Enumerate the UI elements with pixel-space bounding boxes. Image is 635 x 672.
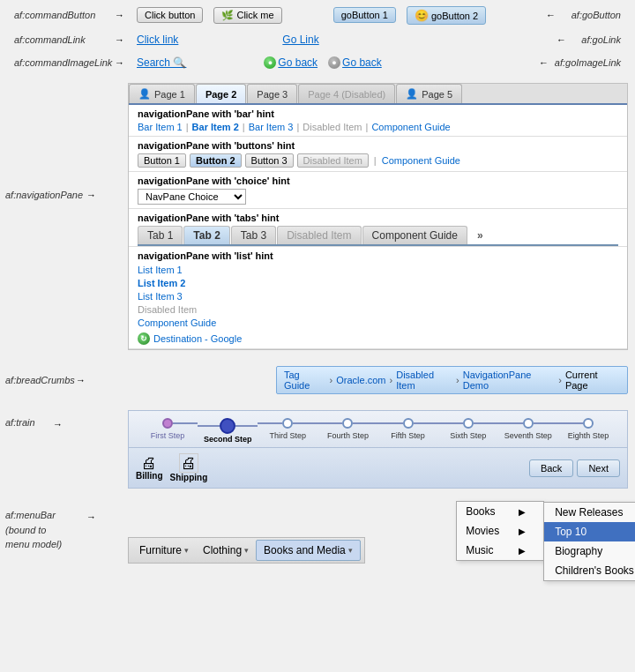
movies-sub-arrow: ▶ (519, 526, 526, 536)
arrow-left-3: ← (539, 57, 549, 68)
nav-buttons-section: navigationPane with 'buttons' hint Butto… (129, 137, 627, 172)
train-step-5[interactable]: Fifth Step (378, 418, 438, 440)
list-item-guide[interactable]: Component Guide (138, 317, 618, 329)
step4-dot (342, 418, 353, 429)
bc-item-1[interactable]: Tag Guide (284, 370, 326, 391)
step6-label: Sixth Step (450, 431, 486, 440)
nav-bar-title: navigationPane with 'bar' hint (138, 108, 618, 119)
step6-dot (463, 418, 474, 429)
nav-tabs-section: navigationPane with 'tabs' hint Tab 1 Ta… (129, 209, 627, 247)
nav-tab-disabled: Disabled Item (277, 226, 361, 244)
bar-item-2[interactable]: Bar Item 2 (192, 122, 239, 132)
nav-list-section: navigationPane with 'list' hint List Ite… (129, 247, 627, 349)
page-tabs-row: 👤 Page 1 Page 2 Page 3 Page 4 (Disabled)… (129, 84, 627, 105)
list-item-2[interactable]: List Item 2 (138, 277, 618, 289)
menubar-annotation: af:menuBar(bound tomenu model) (5, 508, 62, 552)
click-button[interactable]: Click button (137, 7, 203, 23)
arrow-right-2: → (115, 34, 124, 45)
books-sub-arrow: ▶ (519, 507, 526, 517)
step1-dot (162, 418, 173, 429)
bar-item-1[interactable]: Bar Item 1 (138, 122, 183, 132)
next-button[interactable]: Next (577, 459, 620, 477)
submenu-childrens-books[interactable]: Children's Books (544, 561, 635, 580)
go-link-label: af:goLink (581, 34, 621, 45)
back-button[interactable]: Back (529, 459, 573, 477)
click-link[interactable]: Click link (137, 34, 178, 46)
step2-dot (220, 418, 235, 434)
submenu-top-10[interactable]: Top 10 (544, 522, 635, 541)
page-tab-4: Page 4 (Disabled) (298, 84, 395, 103)
command-image-link-label: af:commandImageLink (14, 57, 112, 68)
go-button-1[interactable]: goButton 1 (333, 7, 396, 23)
dropdown-books[interactable]: Books ▶ (457, 502, 543, 521)
bar-item-3[interactable]: Bar Item 3 (249, 122, 294, 132)
go-link[interactable]: Go Link (282, 34, 318, 46)
bc-item-2[interactable]: Oracle.com (336, 375, 385, 385)
dropdown-books-row: Books ▶ New Releases Top 10 Biography Ch… (457, 502, 543, 521)
train-step-2[interactable]: Second Step (198, 418, 258, 444)
destination-icon: ↻ (138, 332, 150, 345)
shipping-label: Shipping (170, 473, 208, 482)
nav-tab-guide[interactable]: Component Guide (362, 226, 467, 244)
menu-furniture[interactable]: Furniture ▾ (132, 540, 196, 561)
nav-tab-more[interactable]: » (472, 227, 489, 244)
nav-pane-arrow: → (86, 190, 96, 200)
bc-item-3[interactable]: Disabled Item (396, 370, 452, 391)
train-step-4[interactable]: Fourth Step (318, 418, 377, 440)
music-sub-arrow: ▶ (519, 546, 526, 556)
go-button-2[interactable]: 😊 goButton 2 (407, 6, 486, 25)
nav-bar-section: navigationPane with 'bar' hint Bar Item … (129, 105, 627, 137)
dropdown-movies[interactable]: Movies ▶ (457, 521, 543, 541)
bar-item-disabled: Disabled Item (303, 122, 362, 132)
nav-btn-3[interactable]: Button 3 (245, 153, 294, 168)
menu-books-media[interactable]: Books and Media ▾ (256, 540, 361, 561)
nav-destination[interactable]: ↻ Destination - Google (138, 332, 618, 345)
train-step-1[interactable]: First Step (138, 418, 198, 440)
menu-clothing[interactable]: Clothing ▾ (196, 540, 256, 561)
nav-buttons-items: Button 1 Button 2 Button 3 Disabled Item… (138, 153, 618, 168)
menubar-arrow: → (86, 511, 96, 522)
train-step-3[interactable]: Third Step (258, 418, 318, 440)
train-step-8[interactable]: Eighth Step (558, 418, 618, 440)
list-item-3[interactable]: List Item 3 (138, 290, 618, 302)
nav-tab-3[interactable]: Tab 3 (231, 226, 276, 244)
submenu-new-releases[interactable]: New Releases (544, 503, 635, 522)
step3-dot (282, 418, 293, 429)
train-step-7[interactable]: Seventh Step (498, 418, 558, 440)
arrow-left-1: ← (546, 10, 556, 20)
train-step-6[interactable]: Sixth Step (438, 418, 498, 440)
bar-item-guide[interactable]: Component Guide (371, 122, 450, 132)
click-me-button[interactable]: 🌿Click me (213, 7, 281, 24)
train-steps: First Step Second Step (138, 418, 618, 444)
nav-tabs-title: navigationPane with 'tabs' hint (138, 213, 618, 223)
nav-btn-1[interactable]: Button 1 (138, 153, 186, 168)
go-back-gray[interactable]: ● Go back (328, 56, 387, 69)
nav-btn-2[interactable]: Button 2 (190, 153, 242, 168)
list-item-disabled: Disabled Item (138, 303, 618, 316)
go-back-green[interactable]: ● Go back (264, 56, 323, 69)
nav-buttons-title: navigationPane with 'buttons' hint (138, 140, 618, 151)
step5-dot (403, 418, 414, 429)
nav-bar-items: Bar Item 1 | Bar Item 2 | Bar Item 3 | D… (138, 122, 618, 132)
list-item-1[interactable]: List Item 1 (138, 264, 618, 276)
search-link[interactable]: Search 🔍 (137, 56, 186, 69)
nav-list-items: List Item 1 List Item 2 List Item 3 Disa… (138, 264, 618, 329)
bc-item-4[interactable]: NavigationPane Demo (463, 370, 555, 391)
dropdown-music[interactable]: Music ▶ (457, 541, 543, 560)
page-tab-3[interactable]: Page 3 (247, 84, 297, 103)
billing-label: Billing (136, 471, 163, 481)
submenu-biography[interactable]: Biography (544, 541, 635, 561)
nav-choice-select[interactable]: NavPane Choice (138, 189, 246, 205)
page5-icon: 👤 (406, 88, 418, 100)
page-tab-5[interactable]: 👤 Page 5 (396, 84, 462, 103)
nav-tab-1[interactable]: Tab 1 (138, 226, 183, 244)
page-tab-1[interactable]: 👤 Page 1 (129, 84, 195, 103)
step5-label: Fifth Step (391, 431, 425, 440)
command-link-label: af:commandLink (14, 34, 86, 45)
train-stop-shipping[interactable]: 🖨 Shipping (170, 453, 208, 482)
train-stop-billing[interactable]: 🖨 Billing (136, 455, 163, 481)
nav-btn-guide[interactable]: Component Guide (382, 155, 460, 166)
breadcrumb-bar: Tag Guide › Oracle.com › Disabled Item ›… (276, 366, 628, 394)
nav-tab-2[interactable]: Tab 2 (183, 226, 229, 244)
page-tab-2[interactable]: Page 2 (196, 84, 246, 103)
